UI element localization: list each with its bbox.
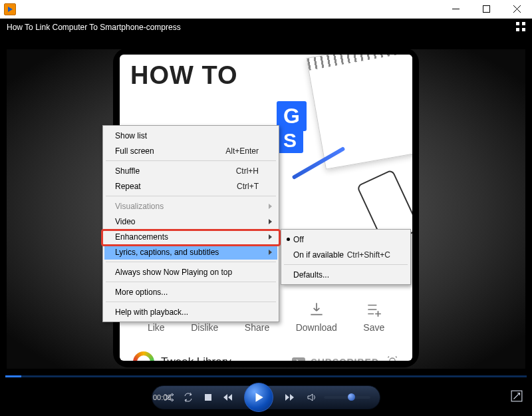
seek-fill bbox=[5, 375, 21, 377]
menu-separator bbox=[106, 302, 276, 302]
stop-button[interactable] bbox=[201, 391, 215, 404]
context-menu: Show list Full screenAlt+Enter ShuffleCt… bbox=[102, 125, 279, 322]
channel-logo[interactable] bbox=[133, 351, 154, 361]
title-bar bbox=[0, 0, 532, 19]
menu-separator bbox=[106, 160, 276, 161]
menu-always-on-top[interactable]: Always show Now Playing on top bbox=[104, 264, 277, 280]
video-stage[interactable]: HOW TO G S Like Dislike Share Download S… bbox=[0, 36, 532, 374]
subscribed-badge[interactable]: SUBSCRIBED bbox=[292, 357, 379, 361]
menu-separator bbox=[106, 196, 276, 196]
menu-video[interactable]: Video bbox=[104, 214, 277, 229]
svg-rect-3 bbox=[516, 28, 519, 31]
maximize-button[interactable] bbox=[471, 0, 501, 19]
close-button[interactable] bbox=[501, 0, 532, 19]
play-button[interactable] bbox=[244, 383, 273, 412]
save-button[interactable]: Save bbox=[363, 301, 384, 333]
youtube-icon bbox=[292, 357, 305, 361]
menu-visualizations: Visualizations bbox=[104, 198, 277, 214]
mute-button[interactable] bbox=[305, 391, 319, 404]
submenu-defaults[interactable]: Defaults... bbox=[283, 267, 409, 282]
menu-repeat[interactable]: RepeatCtrl+T bbox=[104, 178, 277, 194]
menu-help[interactable]: Help with playback... bbox=[104, 304, 277, 319]
submenu-off[interactable]: Off bbox=[283, 232, 409, 247]
control-pill bbox=[152, 385, 380, 409]
submenu-on-if-available[interactable]: On if availableCtrl+Shift+C bbox=[283, 247, 409, 262]
svg-rect-1 bbox=[516, 22, 519, 25]
bell-icon[interactable] bbox=[386, 355, 399, 361]
chevron-right-icon bbox=[269, 219, 272, 224]
previous-button[interactable] bbox=[221, 391, 235, 404]
svg-rect-4 bbox=[522, 28, 525, 31]
now-playing-header: How To Link Computer To Smartphone-compr… bbox=[0, 19, 532, 36]
menu-shuffle[interactable]: ShuffleCtrl+H bbox=[104, 163, 277, 178]
channel-name[interactable]: Tweak Library bbox=[161, 355, 231, 361]
menu-full-screen[interactable]: Full screenAlt+Enter bbox=[104, 143, 277, 158]
volume-slider[interactable] bbox=[324, 396, 370, 399]
chevron-right-icon bbox=[269, 204, 272, 209]
app-icon bbox=[4, 3, 16, 15]
view-switch-icon[interactable] bbox=[516, 22, 525, 33]
window-controls bbox=[440, 0, 532, 19]
seek-track bbox=[5, 375, 527, 377]
next-button[interactable] bbox=[283, 391, 296, 404]
hero-tag-1: G bbox=[277, 101, 307, 131]
svg-rect-0 bbox=[483, 6, 489, 13]
context-submenu-subtitles: Off On if availableCtrl+Shift+C Defaults… bbox=[281, 229, 411, 285]
radio-selected-icon bbox=[287, 238, 290, 241]
download-button[interactable]: Download bbox=[296, 301, 337, 333]
video-title: How To Link Computer To Smartphone-compr… bbox=[7, 23, 181, 32]
repeat-button[interactable] bbox=[182, 391, 195, 404]
menu-separator bbox=[284, 264, 408, 265]
menu-separator bbox=[106, 282, 276, 282]
svg-rect-2 bbox=[522, 22, 525, 25]
menu-enhancements[interactable]: Enhancements bbox=[104, 229, 277, 244]
minimize-button[interactable] bbox=[440, 0, 471, 19]
chevron-right-icon bbox=[269, 250, 272, 255]
menu-more-options[interactable]: More options... bbox=[104, 284, 277, 300]
menu-separator bbox=[106, 262, 276, 262]
menu-lyrics-captions-subtitles[interactable]: Lyrics, captions, and subtitles bbox=[104, 244, 277, 260]
menu-show-list[interactable]: Show list bbox=[104, 128, 277, 143]
svg-rect-5 bbox=[205, 394, 211, 401]
hero-tag-2: S bbox=[277, 128, 303, 153]
playback-controls: 00:03 bbox=[0, 378, 532, 416]
chevron-right-icon bbox=[269, 234, 272, 240]
elapsed-time: 00:03 bbox=[153, 393, 172, 401]
fullscreen-button[interactable] bbox=[511, 390, 523, 404]
notepad-graphic bbox=[306, 55, 412, 170]
channel-row: Tweak Library SUBSCRIBED bbox=[130, 346, 402, 361]
